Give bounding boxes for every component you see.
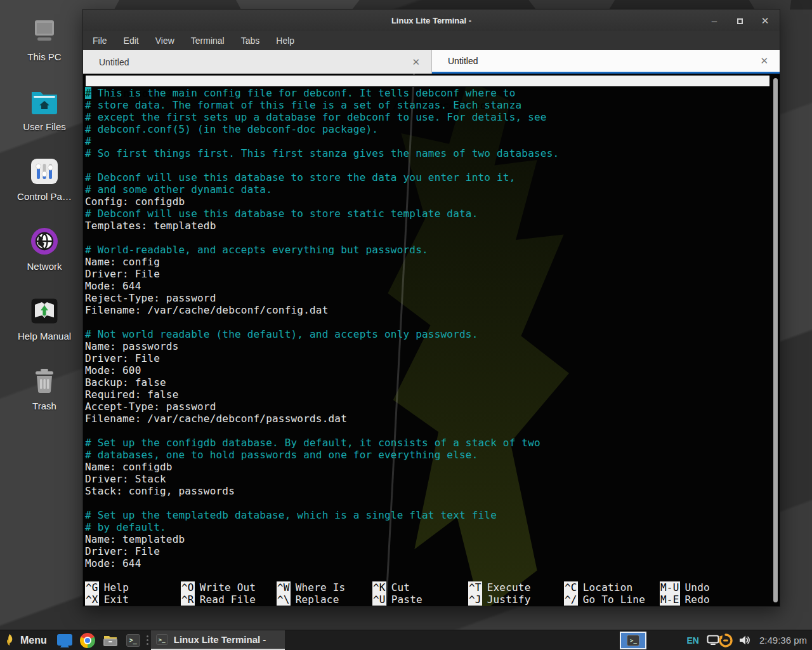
menu-view[interactable]: View — [155, 36, 174, 46]
shortcut-key: ^J — [468, 594, 482, 606]
display-tray-icon[interactable] — [707, 635, 719, 646]
desktop-icon-label: Help Manual — [6, 331, 82, 342]
desktop-icon-network[interactable]: Network — [6, 226, 82, 272]
shortcut-label: Location — [583, 581, 633, 594]
shortcut-label: Cut — [391, 581, 410, 594]
nano-shortcut: ^XExit — [85, 594, 181, 606]
shortcut-key: ^G — [85, 581, 99, 594]
linux-lite-logo-icon — [5, 633, 15, 648]
tab-untitled-2[interactable]: Untitled ✕ — [432, 50, 780, 74]
shortcut-label: Replace — [296, 594, 339, 606]
nano-shortcut: ^UPaste — [372, 594, 468, 606]
desktop-icon-this-pc[interactable]: This PC — [6, 17, 82, 62]
window-titlebar[interactable]: Linux Lite Terminal - – ✕ — [83, 10, 780, 31]
minimize-button[interactable]: – — [709, 16, 720, 25]
tab-untitled-1[interactable]: Untitled ✕ — [83, 50, 432, 74]
desktop-icon-user-files[interactable]: User Files — [6, 86, 82, 132]
terminal-line: Stack: config, passwords — [85, 485, 771, 497]
chrome-icon[interactable] — [79, 632, 96, 649]
tab-label: Untitled — [448, 56, 478, 66]
terminal-line: Required: false — [85, 388, 771, 401]
menu-file[interactable]: File — [93, 36, 107, 46]
desktop-icon-help-manual[interactable]: Help Manual — [6, 296, 82, 342]
tab-close-icon[interactable]: ✕ — [760, 55, 768, 67]
terminal-window: Linux Lite Terminal - – ✕ File Edit View… — [82, 9, 780, 607]
menu-bar: File Edit View Terminal Tabs Help — [83, 31, 780, 50]
desktop-icon-label: User Files — [6, 121, 82, 132]
terminal-line: # Debconf will use this database to stor… — [85, 171, 771, 183]
terminal-content[interactable]: GNU nano 7.2 /etc/debconf.conf # This is… — [83, 74, 780, 606]
menu-terminal[interactable]: Terminal — [191, 36, 225, 46]
tray-terminal-icon[interactable]: >_ — [620, 632, 646, 649]
nano-shortcut: M-UUndo — [660, 581, 756, 594]
terminal-line: Mode: 644 — [85, 557, 771, 569]
terminal-line: Driver: Stack — [85, 473, 771, 485]
desktop-icon-control-panel[interactable]: Control Pa… — [6, 156, 82, 202]
terminal-line: # Not world readable (the default), and … — [85, 328, 771, 340]
menu-help[interactable]: Help — [276, 36, 294, 46]
nano-header: GNU nano 7.2 /etc/debconf.conf — [85, 75, 770, 87]
nano-shortcut: ^\Replace — [277, 594, 372, 606]
maximize-button[interactable] — [734, 16, 745, 25]
clock[interactable]: 2:49:36 pm — [759, 635, 807, 646]
tasklist-handle[interactable] — [145, 630, 151, 650]
terminal-line: # Set up the templatedb database, which … — [85, 509, 771, 521]
scrollbar-thumb[interactable] — [773, 78, 778, 602]
nano-shortcut-row2: ^XExit^RRead File^\Replace^UPaste^JJusti… — [85, 594, 771, 606]
terminal-line: Reject-Type: password — [85, 292, 771, 304]
nano-shortcut: ^JJustify — [468, 594, 564, 606]
nano-shortcut: ^RRead File — [181, 594, 277, 606]
shortcut-label: Where Is — [296, 581, 346, 594]
terminal-line — [85, 232, 771, 244]
terminal-line: # debconf.conf(5) (in the debconf-doc pa… — [85, 123, 771, 135]
show-desktop-icon[interactable] — [56, 632, 73, 649]
shortcut-key: ^W — [277, 581, 291, 594]
nano-shortcut: ^KCut — [372, 581, 468, 594]
terminal-line: Name: configdb — [85, 461, 771, 473]
terminal-lines: # This is the main config file for debco… — [85, 87, 771, 581]
menu-tabs[interactable]: Tabs — [241, 36, 260, 46]
nano-shortcut: ^OWrite Out — [181, 581, 277, 594]
desktop-icon-trash[interactable]: Trash — [6, 366, 82, 411]
keyboard-layout-indicator[interactable]: EN — [686, 635, 698, 646]
taskbar-window-title: Linux Lite Terminal - — [174, 634, 266, 645]
terminal-line — [85, 569, 771, 581]
shortcut-label: Exit — [104, 594, 129, 606]
terminal-line — [85, 497, 771, 509]
volume-icon[interactable] — [738, 635, 750, 646]
terminal-line: # store data. The format of this file is… — [85, 99, 771, 111]
terminal-line: # World-readable, and accepts everything… — [85, 244, 771, 256]
tab-close-icon[interactable]: ✕ — [412, 56, 420, 68]
terminal-line — [85, 425, 771, 437]
manual-book-icon — [6, 296, 82, 326]
close-button[interactable]: ✕ — [759, 16, 771, 25]
trash-icon — [6, 366, 82, 396]
shortcut-label: Help — [104, 581, 129, 594]
nano-shortcut: ^TExecute — [468, 581, 564, 594]
desktop-icon-label: Network — [6, 261, 82, 272]
nano-shortcut: M-ERedo — [660, 594, 756, 606]
start-menu-button[interactable]: Menu — [0, 630, 53, 650]
terminal-line: Name: passwords — [85, 340, 771, 352]
terminal-line: # and some other dynamic data. — [85, 183, 771, 196]
update-notifier-icon[interactable] — [718, 633, 733, 648]
window-title: Linux Lite Terminal - — [391, 16, 471, 25]
terminal-line: # except the first sets up a database fo… — [85, 111, 771, 123]
nano-cursor: # — [85, 87, 91, 99]
shortcut-label: Execute — [487, 581, 531, 594]
terminal-line: # — [85, 135, 771, 147]
terminal-launcher-icon[interactable]: >_ — [125, 632, 141, 649]
shortcut-key: M-E — [660, 594, 680, 606]
desktop-icon-label: Control Pa… — [6, 191, 82, 202]
shortcut-key: ^C — [564, 581, 578, 594]
file-manager-icon[interactable] — [102, 632, 119, 649]
terminal-line: # databases, one to hold passwords and o… — [85, 449, 771, 461]
nano-shortcut: ^/Go To Line — [564, 594, 660, 606]
shortcut-label: Undo — [685, 581, 710, 594]
terminal-line: Accept-Type: password — [85, 401, 771, 413]
terminal-line: Backup: false — [85, 376, 771, 388]
desktop-icon-label: Trash — [6, 401, 82, 411]
menu-edit[interactable]: Edit — [124, 36, 139, 46]
terminal-line: # Set up the configdb database. By defau… — [85, 437, 771, 449]
taskbar-window-button[interactable]: >_ Linux Lite Terminal - — [151, 630, 285, 650]
